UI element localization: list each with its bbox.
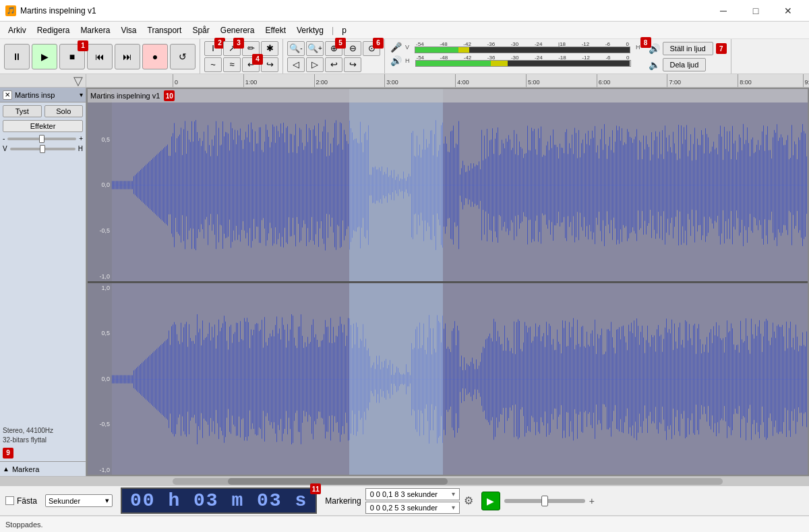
vu-scale-top: -54-48-42-36-30-24|18-12-60 xyxy=(415,41,630,53)
menu-transport[interactable]: Transport xyxy=(142,24,187,36)
effects-button[interactable]: Effekter xyxy=(3,120,83,132)
play-button[interactable]: ▶ xyxy=(32,44,57,69)
play-green-button[interactable]: ▶ xyxy=(481,492,500,510)
sekunder-value: Sekunder xyxy=(49,497,80,505)
mark-button[interactable]: ▲ Markera xyxy=(3,465,39,473)
gain-row: - + xyxy=(3,135,83,142)
envelope-tool-button[interactable]: ↗ 3 xyxy=(223,41,241,56)
down-arrow-icon: ▽ xyxy=(73,74,83,88)
zoom-d-button[interactable]: ↪ xyxy=(344,57,361,72)
sound-buttons-section: 🔊 Ställ in ljud 7 🔈 Dela ljud xyxy=(645,39,731,73)
menu-arkiv[interactable]: Arkiv xyxy=(3,24,32,36)
next-button[interactable]: ⏭ xyxy=(115,44,140,69)
zoom-a-button[interactable]: ◁ xyxy=(287,57,305,72)
waveform-track-label: Martins inspelning v1 xyxy=(90,92,160,100)
solo-button[interactable]: Solo xyxy=(44,105,84,117)
zoom-fit-button[interactable]: ⊕ 5 xyxy=(325,41,342,56)
y-label-bot-0-0: 0,0 xyxy=(88,376,112,382)
vu-speaker-row: 🔊 H -54-48-42-36-30-24-18-12-60 xyxy=(389,55,640,67)
zoom-sel-button[interactable]: ⊖ xyxy=(344,41,361,56)
time-display: 00 h 03 m 03 s xyxy=(121,487,317,514)
marking-val1[interactable]: 0 0 0,1 8 3 sekunder ▾ xyxy=(365,488,460,500)
microphone-icon: 🎤 xyxy=(389,42,402,53)
scrollbar-track[interactable] xyxy=(173,478,723,485)
y-label-bot-m1-0: -1,0 xyxy=(88,467,112,473)
menu-redigera[interactable]: Redigera xyxy=(32,24,76,36)
top-channel: 1,0 0,5 0,0 -0,5 -1,0 xyxy=(88,89,808,281)
pan-h-label: H xyxy=(78,145,83,152)
title-bar: 🎵 Martins inspelning v1 ─ □ ✕ xyxy=(0,0,809,22)
pause-button[interactable]: ⏸ xyxy=(4,44,30,69)
zoom-tool-button[interactable]: ~ xyxy=(204,57,222,72)
loop-button[interactable]: ↺ xyxy=(170,44,196,69)
menu-verktyg[interactable]: Verktyg xyxy=(291,24,329,36)
badge-6: 6 xyxy=(373,38,384,49)
timeline-ruler: ▽ 0 1:00 2:00 3:00 4:00 5:00 6:00 7:00 8… xyxy=(0,74,809,88)
speed-slider[interactable] xyxy=(504,499,585,503)
speed-thumb[interactable] xyxy=(541,496,548,506)
multi-tool-button[interactable]: ✱ xyxy=(261,41,278,56)
stop-button[interactable]: ■ 1 xyxy=(59,44,85,69)
zoom-b-button[interactable]: ▷ xyxy=(306,57,324,72)
gain-slider[interactable] xyxy=(7,138,76,140)
y-axis-bot: 1,0 0,5 0,0 -0,5 -1,0 xyxy=(88,283,112,475)
faesta-label: Fästa xyxy=(17,496,37,506)
zoom-c-button[interactable]: ↩ xyxy=(325,57,342,72)
y-axis-top: 1,0 0,5 0,0 -0,5 -1,0 xyxy=(88,89,112,281)
marking-arrow2: ▾ xyxy=(452,504,455,511)
close-track-button[interactable]: ✕ xyxy=(3,90,12,100)
vu-scale-bot: -54-48-42-36-30-24-18-12-60 xyxy=(415,55,631,67)
prev-button[interactable]: ⏮ xyxy=(87,44,113,69)
faesta-checkbox-row[interactable]: Fästa xyxy=(5,496,37,506)
marking-arrow1: ▾ xyxy=(452,490,455,498)
settings-gear-button[interactable]: ⚙ xyxy=(464,494,473,507)
ruler-start: ▽ xyxy=(0,74,86,88)
pan-slider[interactable] xyxy=(10,148,76,150)
speaker-ctrl-icon2: 🔈 xyxy=(649,59,660,70)
menu-bar: Arkiv Redigera Markera Visa Transport Sp… xyxy=(0,22,809,39)
maximize-button[interactable]: □ xyxy=(740,0,771,22)
menu-effekt[interactable]: Effekt xyxy=(260,24,291,36)
bottom-area: Fästa Sekunder ▾ 00 h 03 m 03 s 11 Marke… xyxy=(0,485,809,532)
zoom-in-button[interactable]: 🔍+ xyxy=(306,41,324,56)
select-tool-button[interactable]: I 2 xyxy=(204,41,222,56)
badge-9: 9 xyxy=(3,448,13,459)
track-info: Stereo, 44100Hz 32-bitars flyttal 9 xyxy=(0,423,86,461)
badge-1: 1 xyxy=(78,40,88,51)
scrollbar-thumb[interactable] xyxy=(228,478,448,485)
menu-generera[interactable]: Generera xyxy=(215,24,260,36)
gain-thumb[interactable] xyxy=(39,135,44,143)
sekunder-dropdown[interactable]: Sekunder ▾ xyxy=(45,494,113,507)
mute-button[interactable]: Tyst xyxy=(3,105,42,117)
track-info-line2: 32-bitars flyttal xyxy=(3,436,83,445)
tick-1: 1:00 xyxy=(243,74,258,87)
track-title-row: ✕ Martins insp ▾ xyxy=(0,88,86,102)
track-header: ✕ Martins insp ▾ Tyst Solo Effekter - + xyxy=(0,88,86,476)
faesta-checkbox[interactable] xyxy=(5,496,14,505)
ruler-ticks: 0 1:00 2:00 3:00 4:00 5:00 6:00 7:00 8:0… xyxy=(173,74,809,87)
menu-spar[interactable]: Spår xyxy=(187,24,214,36)
marking-val2-text: 0 0 0,2 5 3 sekunder xyxy=(370,504,438,512)
zoom-out-button[interactable]: 🔍- xyxy=(287,41,305,56)
pan-thumb[interactable] xyxy=(40,145,45,153)
badge-8: 8 xyxy=(640,37,651,48)
split-sound-button[interactable]: Dela ljud xyxy=(663,58,707,71)
menu-markera[interactable]: Markera xyxy=(75,24,115,36)
menu-extra[interactable]: p xyxy=(336,24,352,36)
minimize-button[interactable]: ─ xyxy=(708,0,739,22)
set-sound-button[interactable]: Ställ in ljud xyxy=(663,42,713,55)
undo-tool-button[interactable]: ↩ 4 xyxy=(242,57,260,72)
vu-meter-section: 🎤 V -54-48-42-36-30-24|18-12-60 H 8 xyxy=(385,39,645,73)
record-button[interactable]: ● xyxy=(142,44,168,69)
vu-mic-label: V xyxy=(405,44,412,51)
track-workspace: ✕ Martins insp ▾ Tyst Solo Effekter - + xyxy=(0,88,809,476)
marking-val2[interactable]: 0 0 0,2 5 3 sekunder ▾ xyxy=(365,502,460,514)
timeshift-tool-button[interactable]: ≈ xyxy=(223,57,241,72)
redo-tool-button[interactable]: ↪ xyxy=(261,57,278,72)
close-button[interactable]: ✕ xyxy=(773,0,804,22)
track-dropdown-button[interactable]: ▾ xyxy=(80,91,83,98)
waveform-area[interactable]: Martins inspelning v1 10 1,0 0,5 0,0 -0,… xyxy=(86,88,809,476)
zoom-toggle-button[interactable]: ⊙ 6 xyxy=(363,41,380,56)
menu-visa[interactable]: Visa xyxy=(115,24,142,36)
y-label-bot-m0-5: -0,5 xyxy=(88,421,112,427)
